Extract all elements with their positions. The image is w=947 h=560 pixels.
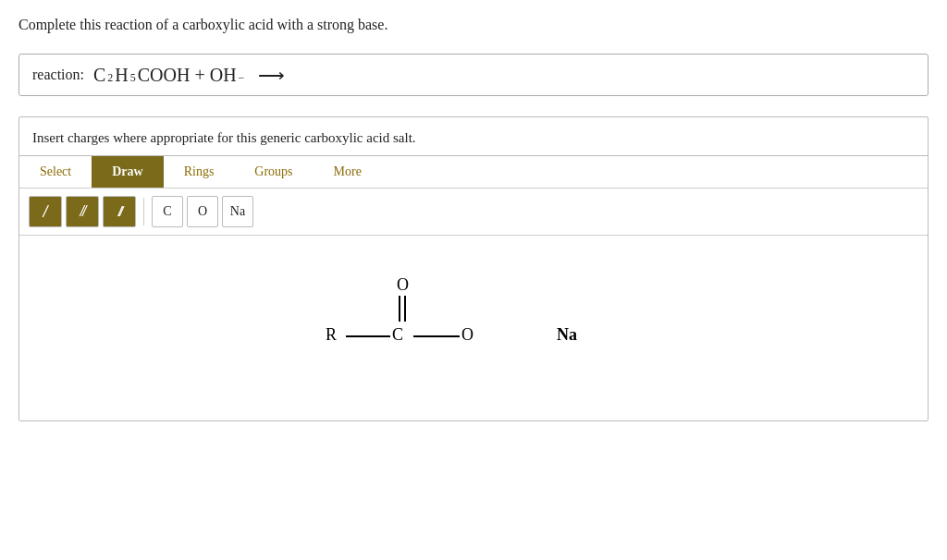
carbon-center-label: C — [392, 325, 403, 344]
tab-more[interactable]: More — [314, 156, 382, 188]
sub-2: 2 — [107, 71, 113, 85]
oxygen-top-label: O — [397, 275, 409, 294]
toolbar-tabs: Select Draw Rings Groups More — [19, 156, 928, 189]
reaction-arrow: ⟶ — [253, 64, 285, 86]
sub-5: 5 — [130, 71, 136, 85]
oxygen-right-label: O — [461, 325, 474, 344]
draw-tools-row: / // /// C O Na — [19, 189, 928, 236]
sup-minus: − — [239, 71, 245, 85]
drawing-area[interactable]: R C O O Na — [19, 236, 928, 420]
reaction-box: reaction: C2H5COOH + OH− ⟶ — [18, 54, 929, 96]
reaction-formula: C2H5COOH + OH− ⟶ — [93, 64, 285, 86]
single-bond-icon: / — [43, 202, 47, 222]
tab-groups[interactable]: Groups — [234, 156, 313, 188]
tab-select[interactable]: Select — [19, 156, 92, 188]
carbon-label: C — [163, 204, 171, 219]
bond-double-tool[interactable]: // — [66, 196, 99, 227]
atom-sodium[interactable]: Na — [222, 196, 253, 227]
atom-carbon[interactable]: C — [152, 196, 183, 227]
reaction-label: reaction: — [32, 67, 84, 83]
tab-rings[interactable]: Rings — [164, 156, 235, 188]
double-bond-icon: // — [80, 203, 85, 220]
atom-oxygen[interactable]: O — [187, 196, 218, 227]
sodium-molecule-label: Na — [557, 325, 577, 344]
r-group-label: R — [326, 325, 337, 344]
tab-draw[interactable]: Draw — [92, 156, 163, 188]
triple-bond-icon: /// — [118, 204, 121, 219]
bond-triple-tool[interactable]: /// — [103, 196, 136, 227]
sodium-label: Na — [230, 204, 245, 219]
tools-separator — [143, 198, 144, 225]
editor-section: Insert charges where appropriate for thi… — [18, 116, 929, 421]
bond-single-tool[interactable]: / — [29, 196, 62, 227]
editor-prompt: Insert charges where appropriate for thi… — [19, 117, 928, 156]
molecule-display: R C O O Na — [289, 268, 658, 388]
oxygen-label: O — [198, 204, 207, 219]
page-container: Complete this reaction of a carboxylic a… — [0, 0, 947, 440]
instructions-text: Complete this reaction of a carboxylic a… — [18, 17, 929, 33]
